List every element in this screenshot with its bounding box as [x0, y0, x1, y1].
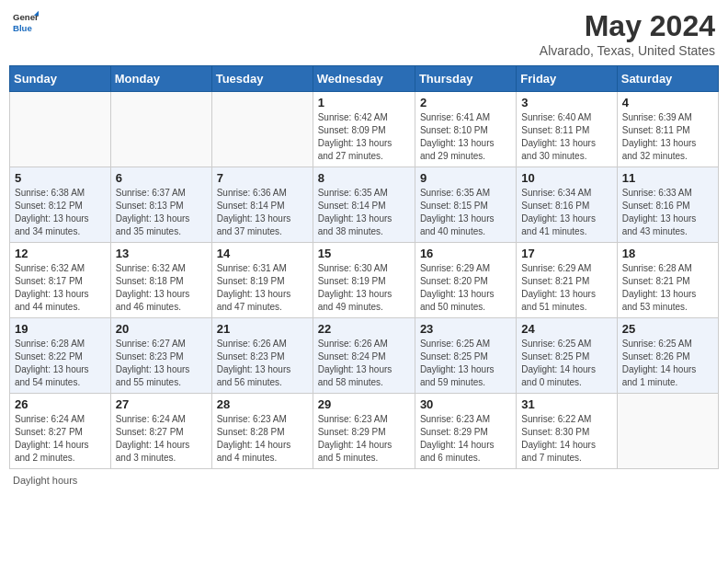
- svg-text:General: General: [13, 12, 39, 22]
- table-row: 11Sunrise: 6:33 AM Sunset: 8:16 PM Dayli…: [617, 167, 718, 243]
- day-number: 4: [622, 96, 713, 109]
- table-row: 26Sunrise: 6:24 AM Sunset: 8:27 PM Dayli…: [10, 394, 111, 469]
- col-monday: Monday: [110, 66, 211, 92]
- day-number: 29: [318, 397, 410, 411]
- col-saturday: Saturday: [617, 66, 718, 92]
- table-row: 16Sunrise: 6:29 AM Sunset: 8:20 PM Dayli…: [415, 243, 516, 318]
- day-number: 7: [217, 171, 308, 185]
- table-row: 9Sunrise: 6:35 AM Sunset: 8:15 PM Daylig…: [415, 167, 516, 243]
- page-header: General Blue May 2024 Alvarado, Texas, U…: [9, 9, 719, 58]
- title-section: May 2024 Alvarado, Texas, United States: [540, 9, 715, 58]
- day-number: 1: [318, 96, 410, 109]
- logo: General Blue: [13, 9, 39, 35]
- day-number: 18: [622, 247, 713, 260]
- table-row: 28Sunrise: 6:23 AM Sunset: 8:28 PM Dayli…: [211, 394, 313, 469]
- table-row: 8Sunrise: 6:35 AM Sunset: 8:14 PM Daylig…: [313, 167, 415, 243]
- table-row: 18Sunrise: 6:28 AM Sunset: 8:21 PM Dayli…: [617, 243, 718, 318]
- col-wednesday: Wednesday: [313, 66, 415, 92]
- day-info: Sunrise: 6:33 AM Sunset: 8:16 PM Dayligh…: [622, 187, 713, 238]
- table-row: 19Sunrise: 6:28 AM Sunset: 8:22 PM Dayli…: [10, 318, 111, 394]
- day-info: Sunrise: 6:22 AM Sunset: 8:30 PM Dayligh…: [521, 413, 611, 465]
- day-info: Sunrise: 6:35 AM Sunset: 8:14 PM Dayligh…: [318, 187, 410, 238]
- day-number: 12: [15, 247, 106, 260]
- table-row: [10, 92, 111, 167]
- table-row: 7Sunrise: 6:36 AM Sunset: 8:14 PM Daylig…: [211, 167, 313, 243]
- table-row: 27Sunrise: 6:24 AM Sunset: 8:27 PM Dayli…: [110, 394, 211, 469]
- day-info: Sunrise: 6:26 AM Sunset: 8:24 PM Dayligh…: [318, 338, 410, 389]
- day-info: Sunrise: 6:24 AM Sunset: 8:27 PM Dayligh…: [15, 413, 106, 465]
- day-number: 15: [318, 247, 410, 260]
- day-info: Sunrise: 6:32 AM Sunset: 8:17 PM Dayligh…: [15, 262, 106, 314]
- day-info: Sunrise: 6:28 AM Sunset: 8:22 PM Dayligh…: [15, 338, 106, 389]
- table-row: 15Sunrise: 6:30 AM Sunset: 8:19 PM Dayli…: [313, 243, 415, 318]
- calendar-week-row: 12Sunrise: 6:32 AM Sunset: 8:17 PM Dayli…: [10, 243, 719, 318]
- location-subtitle: Alvarado, Texas, United States: [540, 43, 715, 58]
- day-info: Sunrise: 6:27 AM Sunset: 8:23 PM Dayligh…: [116, 338, 207, 389]
- table-row: 4Sunrise: 6:39 AM Sunset: 8:11 PM Daylig…: [617, 92, 718, 167]
- day-info: Sunrise: 6:25 AM Sunset: 8:25 PM Dayligh…: [420, 338, 511, 389]
- table-row: 14Sunrise: 6:31 AM Sunset: 8:19 PM Dayli…: [211, 243, 313, 318]
- day-number: 11: [622, 171, 713, 185]
- day-number: 14: [217, 247, 308, 260]
- day-number: 21: [217, 322, 308, 336]
- day-info: Sunrise: 6:23 AM Sunset: 8:29 PM Dayligh…: [420, 413, 511, 465]
- day-info: Sunrise: 6:25 AM Sunset: 8:25 PM Dayligh…: [521, 338, 611, 389]
- table-row: 10Sunrise: 6:34 AM Sunset: 8:16 PM Dayli…: [517, 167, 617, 243]
- col-tuesday: Tuesday: [211, 66, 313, 92]
- day-info: Sunrise: 6:31 AM Sunset: 8:19 PM Dayligh…: [217, 262, 308, 314]
- day-number: 22: [318, 322, 410, 336]
- day-number: 17: [521, 247, 611, 260]
- day-number: 23: [420, 322, 511, 336]
- calendar-header-row: Sunday Monday Tuesday Wednesday Thursday…: [10, 66, 719, 92]
- day-number: 10: [521, 171, 611, 185]
- day-number: 24: [521, 322, 611, 336]
- day-number: 27: [116, 397, 207, 411]
- table-row: 5Sunrise: 6:38 AM Sunset: 8:12 PM Daylig…: [10, 167, 111, 243]
- table-row: 17Sunrise: 6:29 AM Sunset: 8:21 PM Dayli…: [517, 243, 617, 318]
- footer-note: Daylight hours: [9, 475, 719, 486]
- calendar-week-row: 26Sunrise: 6:24 AM Sunset: 8:27 PM Dayli…: [10, 394, 719, 469]
- day-info: Sunrise: 6:29 AM Sunset: 8:20 PM Dayligh…: [420, 262, 511, 314]
- day-info: Sunrise: 6:40 AM Sunset: 8:11 PM Dayligh…: [521, 111, 611, 163]
- col-friday: Friday: [517, 66, 617, 92]
- day-info: Sunrise: 6:41 AM Sunset: 8:10 PM Dayligh…: [420, 111, 511, 163]
- day-info: Sunrise: 6:30 AM Sunset: 8:19 PM Dayligh…: [318, 262, 410, 314]
- table-row: 6Sunrise: 6:37 AM Sunset: 8:13 PM Daylig…: [110, 167, 211, 243]
- day-number: 5: [15, 171, 106, 185]
- day-number: 26: [15, 397, 106, 411]
- table-row: [617, 394, 718, 469]
- day-number: 28: [217, 397, 308, 411]
- day-number: 13: [116, 247, 207, 260]
- day-info: Sunrise: 6:39 AM Sunset: 8:11 PM Dayligh…: [622, 111, 713, 163]
- table-row: [110, 92, 211, 167]
- day-number: 31: [521, 397, 611, 411]
- day-number: 6: [116, 171, 207, 185]
- day-info: Sunrise: 6:38 AM Sunset: 8:12 PM Dayligh…: [15, 187, 106, 238]
- table-row: 29Sunrise: 6:23 AM Sunset: 8:29 PM Dayli…: [313, 394, 415, 469]
- col-sunday: Sunday: [10, 66, 111, 92]
- day-info: Sunrise: 6:23 AM Sunset: 8:28 PM Dayligh…: [217, 413, 308, 465]
- table-row: 2Sunrise: 6:41 AM Sunset: 8:10 PM Daylig…: [415, 92, 516, 167]
- day-number: 16: [420, 247, 511, 260]
- day-info: Sunrise: 6:23 AM Sunset: 8:29 PM Dayligh…: [318, 413, 410, 465]
- day-info: Sunrise: 6:42 AM Sunset: 8:09 PM Dayligh…: [318, 111, 410, 163]
- day-info: Sunrise: 6:32 AM Sunset: 8:18 PM Dayligh…: [116, 262, 207, 314]
- day-number: 20: [116, 322, 207, 336]
- calendar-week-row: 1Sunrise: 6:42 AM Sunset: 8:09 PM Daylig…: [10, 92, 719, 167]
- table-row: 21Sunrise: 6:26 AM Sunset: 8:23 PM Dayli…: [211, 318, 313, 394]
- calendar-week-row: 19Sunrise: 6:28 AM Sunset: 8:22 PM Dayli…: [10, 318, 719, 394]
- svg-text:Blue: Blue: [13, 23, 32, 33]
- month-year-title: May 2024: [540, 9, 715, 43]
- table-row: 25Sunrise: 6:25 AM Sunset: 8:26 PM Dayli…: [617, 318, 718, 394]
- table-row: 1Sunrise: 6:42 AM Sunset: 8:09 PM Daylig…: [313, 92, 415, 167]
- day-info: Sunrise: 6:36 AM Sunset: 8:14 PM Dayligh…: [217, 187, 308, 238]
- table-row: 22Sunrise: 6:26 AM Sunset: 8:24 PM Dayli…: [313, 318, 415, 394]
- day-info: Sunrise: 6:34 AM Sunset: 8:16 PM Dayligh…: [521, 187, 611, 238]
- day-info: Sunrise: 6:29 AM Sunset: 8:21 PM Dayligh…: [521, 262, 611, 314]
- calendar-week-row: 5Sunrise: 6:38 AM Sunset: 8:12 PM Daylig…: [10, 167, 719, 243]
- day-number: 3: [521, 96, 611, 109]
- day-number: 2: [420, 96, 511, 109]
- table-row: 24Sunrise: 6:25 AM Sunset: 8:25 PM Dayli…: [517, 318, 617, 394]
- day-number: 8: [318, 171, 410, 185]
- table-row: 31Sunrise: 6:22 AM Sunset: 8:30 PM Dayli…: [517, 394, 617, 469]
